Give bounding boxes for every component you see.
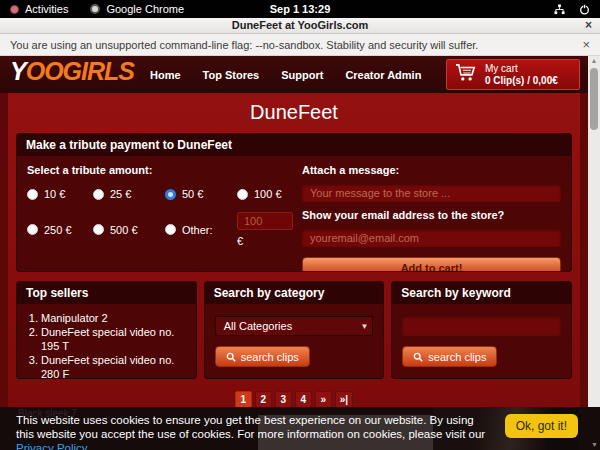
amount-option-100[interactable]: 100 €	[237, 188, 293, 200]
search-clips-label: search clips	[428, 351, 486, 363]
amount-option-10[interactable]: 10 €	[27, 188, 93, 200]
window-title: DuneFeet at YooGirls.com	[0, 19, 600, 31]
vertical-scrollbar[interactable]: ▲	[588, 56, 600, 450]
logo-part-girls: GIRLS	[63, 57, 134, 85]
amount-option-label: 100 €	[254, 188, 282, 200]
amount-option-250[interactable]: 250 €	[27, 212, 93, 247]
recording-dot-icon	[10, 5, 19, 14]
add-to-cart-button[interactable]: Add to cart!	[302, 257, 561, 272]
search-clips-category-button[interactable]: search clips	[215, 346, 310, 367]
tribute-panel-header: Make a tribute payment to DuneFeet	[17, 134, 571, 156]
my-cart-button[interactable]: My cart 0 Clip(s) / 0,00€	[446, 59, 580, 90]
category-select[interactable]: All Categories ▼	[215, 316, 374, 336]
search-keyword-panel: Search by keyword search clips	[391, 281, 572, 379]
search-keyword-header: Search by keyword	[392, 282, 571, 304]
amount-option-label: Other:	[182, 224, 213, 236]
window-close-icon[interactable]: ×	[585, 18, 592, 32]
chevron-down-icon: ▼	[360, 317, 368, 337]
window-title-bar: DuneFeet at YooGirls.com ×	[0, 18, 600, 34]
nav-item-home[interactable]: Home	[150, 69, 181, 81]
page-button-next[interactable]: »	[315, 391, 332, 408]
amount-option-label: 500 €	[110, 224, 138, 236]
amount-option-label: 25 €	[110, 188, 131, 200]
amount-option-50[interactable]: 50 €	[165, 188, 237, 200]
screen: Activities Google Chrome Sep 1 13:29 Dun…	[0, 0, 600, 450]
top-sellers-header: Top sellers	[17, 282, 196, 304]
chrome-app-indicator[interactable]: Google Chrome	[90, 3, 184, 15]
pagination: 1 2 3 4 » »|	[8, 391, 580, 408]
radio-icon[interactable]	[165, 224, 176, 235]
page-button-2[interactable]: 2	[255, 391, 272, 408]
search-clips-label: search clips	[241, 351, 299, 363]
privacy-policy-link[interactable]: Privacy Policy	[16, 442, 88, 450]
sandbox-warning-bar: You are using an unsupported command-lin…	[0, 34, 600, 56]
keyword-input[interactable]	[402, 316, 561, 336]
top-seller-item[interactable]: DuneFeet special video no. 280 F	[41, 353, 196, 379]
radio-icon[interactable]	[93, 224, 104, 235]
activities-label: Activities	[25, 3, 68, 15]
message-input[interactable]	[302, 184, 561, 202]
page-button-last[interactable]: »|	[335, 391, 353, 408]
search-category-header: Search by category	[205, 282, 384, 304]
top-seller-item[interactable]: Manipulator 2	[41, 311, 196, 325]
tribute-amount-column: Select a tribute amount: 10 € 25 € 50 € …	[27, 164, 286, 272]
message-label: Attach a message:	[302, 164, 561, 176]
currency-symbol: €	[237, 235, 293, 247]
power-icon[interactable]	[579, 4, 590, 15]
tribute-panel: Make a tribute payment to DuneFeet Selec…	[16, 133, 572, 272]
cart-title: My cart	[485, 63, 558, 75]
top-sellers-panel: Top sellers Manipulator 2 DuneFeet speci…	[16, 281, 197, 379]
scrollbar-thumb[interactable]	[590, 68, 598, 130]
category-select-value: All Categories	[224, 320, 292, 332]
page-button-3[interactable]: 3	[275, 391, 292, 408]
amount-label: Select a tribute amount:	[27, 164, 286, 176]
radio-icon[interactable]	[27, 224, 38, 235]
cart-summary: 0 Clip(s) / 0,00€	[485, 75, 558, 87]
tribute-message-column: Attach a message: Show your email addres…	[302, 164, 561, 272]
search-icon	[413, 352, 423, 362]
amount-option-25[interactable]: 25 €	[93, 188, 165, 200]
nav-item-support[interactable]: Support	[281, 69, 323, 81]
system-top-bar: Activities Google Chrome Sep 1 13:29	[0, 0, 600, 18]
yoogirls-logo[interactable]: YOOGIRLS	[10, 57, 134, 86]
other-amount-input[interactable]	[237, 212, 293, 230]
cart-icon	[455, 63, 477, 87]
search-category-panel: Search by category All Categories ▼ sear…	[204, 281, 385, 379]
search-clips-keyword-button[interactable]: search clips	[402, 346, 497, 367]
cookie-accept-button[interactable]: Ok, got it!	[505, 414, 578, 438]
page-footer: Black sleek 7 This website uses cookies …	[0, 407, 600, 450]
amount-option-other[interactable]: Other:	[165, 212, 237, 247]
main-nav: Home Top Stores Support Creator Admin	[150, 56, 421, 93]
nav-item-top-stores[interactable]: Top Stores	[203, 69, 260, 81]
amount-options: 10 € 25 € 50 € 100 € 250 € 500 € Other: …	[27, 188, 286, 247]
amount-option-500[interactable]: 500 €	[93, 212, 165, 247]
radio-icon[interactable]	[93, 189, 104, 200]
email-label: Show your email address to the store?	[302, 209, 561, 221]
amount-option-label: 50 €	[182, 188, 203, 200]
page-button-4[interactable]: 4	[295, 391, 312, 408]
amount-option-label: 10 €	[44, 188, 65, 200]
network-icon[interactable]	[554, 4, 565, 15]
top-seller-item[interactable]: DuneFeet special video no. 195 T	[41, 325, 196, 353]
page-title: DuneFeet	[8, 93, 580, 133]
radio-icon[interactable]	[237, 189, 248, 200]
radio-icon[interactable]	[165, 189, 176, 200]
scrollbar-up-icon[interactable]: ▲	[588, 57, 600, 64]
cookie-banner-text: This website uses cookies to ensure you …	[16, 413, 494, 450]
site-header: YOOGIRLS Home Top Stores Support Creator…	[0, 56, 588, 93]
warning-close-icon[interactable]: ×	[582, 37, 590, 52]
amount-option-label: 250 €	[44, 224, 72, 236]
activities-button[interactable]: Activities	[10, 3, 68, 15]
chrome-icon	[90, 4, 100, 14]
nav-item-creator-admin[interactable]: Creator Admin	[345, 69, 421, 81]
chrome-app-label: Google Chrome	[106, 3, 184, 15]
bottom-panels: Top sellers Manipulator 2 DuneFeet speci…	[16, 281, 572, 379]
logo-part-oo: OO	[26, 57, 63, 85]
main-content: DuneFeet Make a tribute payment to DuneF…	[8, 93, 580, 407]
scrollbar-down-icon[interactable]: ▼	[591, 441, 598, 448]
page-button-1[interactable]: 1	[235, 391, 252, 408]
top-sellers-list: Manipulator 2 DuneFeet special video no.…	[41, 311, 196, 379]
cookie-text: This website uses cookies to ensure you …	[16, 414, 485, 440]
email-input[interactable]	[302, 229, 561, 247]
radio-icon[interactable]	[27, 189, 38, 200]
